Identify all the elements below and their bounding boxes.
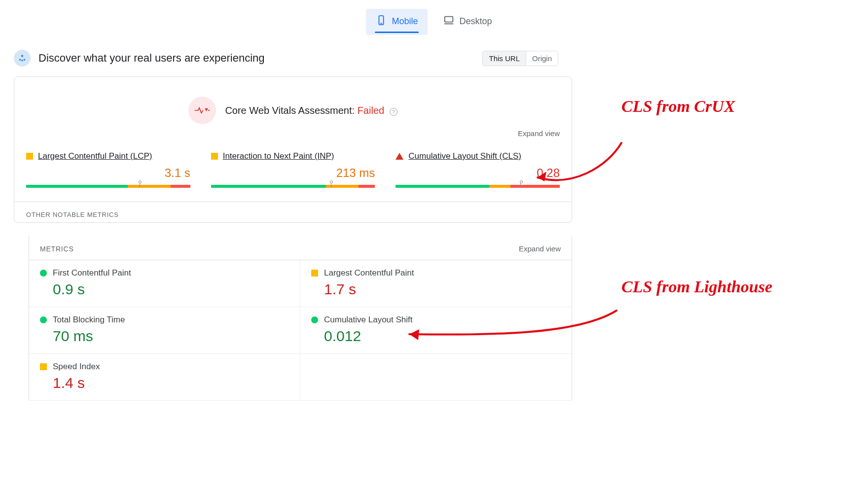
metric-tbt-value: 70 ms — [53, 328, 289, 345]
metric-lcp: Largest Contentful Paint 1.7 s — [300, 260, 572, 307]
tab-mobile[interactable]: Mobile — [366, 9, 428, 35]
metrics-title: METRICS — [40, 245, 74, 253]
heartbeat-icon — [188, 97, 216, 124]
marker-icon — [138, 180, 142, 187]
cwv-lcp-bar — [26, 185, 190, 188]
marker-icon — [329, 180, 333, 187]
tab-desktop-label: Desktop — [459, 16, 492, 27]
circle-icon — [40, 270, 47, 277]
page-title: Discover what your real users are experi… — [38, 52, 265, 65]
scope-segmented: This URL Origin — [482, 51, 558, 66]
svg-rect-2 — [445, 17, 453, 22]
metric-si-value: 1.4 s — [53, 375, 289, 391]
marker-icon — [519, 180, 523, 187]
metric-empty — [300, 354, 572, 401]
cwv-inp-value: 213 ms — [211, 166, 375, 180]
cwv-cls-name[interactable]: Cumulative Layout Shift (CLS) — [408, 151, 521, 161]
cwv-inp: Interaction to Next Paint (INP) 213 ms — [211, 151, 375, 188]
tab-mobile-label: Mobile — [392, 16, 418, 27]
square-icon — [211, 153, 218, 160]
tab-desktop[interactable]: Desktop — [434, 9, 502, 35]
scope-this-url[interactable]: This URL — [483, 51, 526, 66]
scope-origin[interactable]: Origin — [526, 51, 558, 66]
metric-tbt: Total Blocking Time 70 ms — [29, 307, 300, 354]
annotation-crux: CLS from CrUX — [621, 97, 735, 117]
metrics-expand-link[interactable]: Expand view — [519, 244, 561, 253]
square-icon — [26, 153, 33, 160]
svg-point-7 — [21, 60, 23, 62]
other-metrics-header: OTHER NOTABLE METRICS — [14, 202, 572, 222]
cwv-inp-bar — [211, 185, 375, 188]
expand-view-link[interactable]: Expand view — [518, 129, 560, 138]
cwv-lcp-value: 3.1 s — [26, 166, 190, 180]
arrow-icon — [399, 306, 621, 355]
circle-icon — [40, 316, 47, 323]
arrow-icon — [528, 138, 626, 197]
desktop-icon — [443, 15, 454, 28]
cwv-lcp-name[interactable]: Largest Contentful Paint (LCP) — [38, 151, 152, 161]
svg-point-4 — [21, 55, 24, 57]
cwv-inp-name[interactable]: Interaction to Next Paint (INP) — [223, 151, 334, 161]
square-icon — [311, 270, 318, 277]
square-icon — [40, 363, 47, 370]
device-tabs: Mobile Desktop — [0, 0, 868, 35]
metric-fcp-value: 0.9 s — [53, 281, 289, 298]
crux-panel: Core Web Vitals Assessment: Failed ? Exp… — [14, 76, 572, 223]
mobile-icon — [376, 15, 387, 28]
svg-point-6 — [24, 59, 26, 61]
svg-point-5 — [19, 59, 21, 61]
metric-si: Speed Index 1.4 s — [29, 354, 300, 401]
help-icon[interactable]: ? — [390, 108, 398, 116]
crux-icon — [14, 50, 31, 67]
metric-lcp-value: 1.7 s — [324, 281, 561, 298]
assessment-text: Core Web Vitals Assessment: Failed ? — [225, 105, 397, 116]
metric-fcp: First Contentful Paint 0.9 s — [29, 260, 300, 307]
annotation-lighthouse: CLS from Lighthouse — [621, 277, 772, 297]
assessment-status: Failed — [358, 105, 384, 116]
circle-icon — [311, 316, 318, 323]
triangle-icon — [396, 153, 403, 160]
cwv-lcp: Largest Contentful Paint (LCP) 3.1 s — [26, 151, 190, 188]
